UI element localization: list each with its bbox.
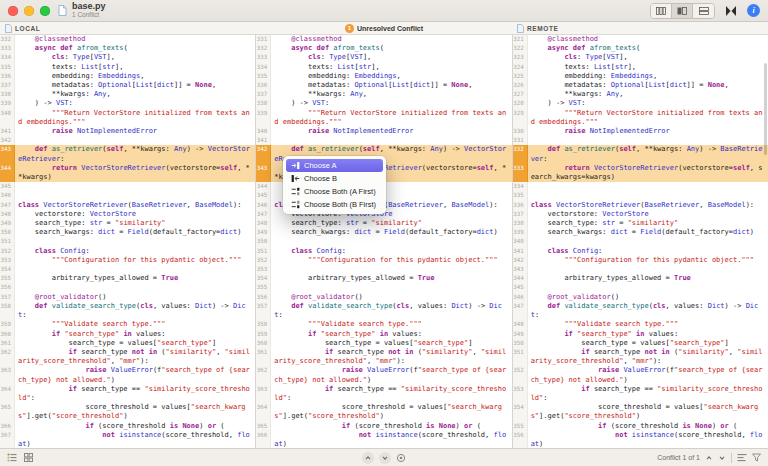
code-line: 340 raise NotImplementedError bbox=[256, 127, 511, 136]
info-button[interactable]: i bbox=[747, 4, 760, 17]
code-line: 357 def validate_search_type(cls, values… bbox=[256, 302, 511, 320]
line-number: 323 bbox=[513, 53, 528, 62]
line-number: 360 bbox=[0, 330, 15, 339]
code-line: 354 score_threshold = values["search_kwa… bbox=[513, 403, 768, 421]
code-text: **kwargs: Any, bbox=[271, 90, 511, 99]
line-number: 346 bbox=[513, 293, 528, 302]
code-line: 360 search_type = values["search_type"] bbox=[256, 339, 511, 348]
line-number: 355 bbox=[513, 422, 528, 431]
line-number: 367 bbox=[0, 431, 15, 448]
choose-both-b-first-icon bbox=[291, 200, 300, 209]
code-text: cls: Type[VST], bbox=[271, 53, 511, 62]
line-number: 358 bbox=[0, 302, 15, 320]
block-view-button[interactable] bbox=[672, 4, 693, 18]
previous-change-button[interactable] bbox=[362, 452, 374, 464]
code-line: 360 if "search_type" in values: bbox=[0, 330, 255, 339]
line-number: 353 bbox=[0, 256, 15, 265]
pane-center[interactable]: 331 @classmethod332 async def afrom_text… bbox=[256, 35, 512, 448]
line-number: 351 bbox=[256, 247, 271, 256]
code-line: 356 @root_validator() bbox=[256, 293, 511, 302]
line-number: 345 bbox=[256, 191, 271, 200]
layout-grid-icon[interactable] bbox=[24, 453, 33, 462]
code-line: 354 bbox=[0, 265, 255, 274]
line-number: 351 bbox=[513, 348, 528, 366]
code-line: 350 bbox=[256, 237, 511, 246]
previous-conflict-button[interactable] bbox=[705, 454, 713, 462]
line-number: 361 bbox=[0, 339, 15, 348]
choose-b-icon bbox=[291, 174, 300, 183]
code-line: 336 metadatas: Optional[List[dict]] = No… bbox=[256, 81, 511, 90]
code-text bbox=[15, 191, 255, 200]
code-text: @root_validator() bbox=[15, 293, 255, 302]
line-number: 344 bbox=[0, 164, 15, 182]
text-view-button[interactable] bbox=[651, 4, 672, 18]
fluid-view-button[interactable] bbox=[693, 4, 714, 18]
code-text: """Configuration for this pydantic objec… bbox=[15, 256, 255, 265]
code-line: 362 raise ValueError(f"search_type of {s… bbox=[256, 366, 511, 384]
file-list-icon[interactable] bbox=[7, 453, 17, 462]
status-bar: Conflict 1 of 1 bbox=[0, 448, 768, 466]
code-text: """Configuration for this pydantic objec… bbox=[271, 256, 511, 265]
code-text bbox=[528, 237, 768, 246]
next-change-button[interactable] bbox=[379, 452, 391, 464]
local-header: LOCAL bbox=[0, 22, 256, 34]
pane-local-code: 332 @classmethod333 async def afrom_text… bbox=[0, 35, 255, 448]
view-mode-segmented-control bbox=[650, 3, 715, 19]
current-change-icon[interactable] bbox=[396, 453, 406, 463]
code-text: search_type: str = "similarity" bbox=[528, 219, 768, 228]
menu-item-choose-a[interactable]: Choose A bbox=[286, 159, 383, 172]
code-line: 344 return VectorStoreRetriever(vectorst… bbox=[0, 164, 255, 182]
next-conflict-button[interactable] bbox=[718, 454, 726, 462]
line-number: 348 bbox=[256, 219, 271, 228]
code-line: 334 cls: Type[VST], bbox=[0, 53, 255, 62]
close-button[interactable] bbox=[8, 6, 18, 16]
code-text: raise ValueError(f"search_type of {searc… bbox=[528, 366, 768, 384]
menu-item-label: Choose Both (A First) bbox=[304, 187, 376, 196]
line-number: 342 bbox=[0, 136, 15, 145]
code-text: arbitrary_types_allowed = True bbox=[271, 274, 511, 283]
code-line: 328 ) -> VST: bbox=[513, 99, 768, 108]
code-line: 356 not isinstance(score_threshold, floa… bbox=[513, 431, 768, 448]
code-line: 321 @classmethod bbox=[513, 35, 768, 44]
code-line: 335 embedding: Embeddings, bbox=[256, 72, 511, 81]
line-number: 335 bbox=[0, 63, 15, 72]
code-text: texts: List[str], bbox=[528, 63, 768, 72]
code-line: 355 if (score_threshold is None) or ( bbox=[513, 422, 768, 431]
code-text: @classmethod bbox=[528, 35, 768, 44]
menu-item-choose-b[interactable]: Choose B bbox=[286, 172, 383, 185]
pane-remote[interactable]: 321 @classmethod322 async def afrom_text… bbox=[513, 35, 768, 448]
code-text: not isinstance(score_threshold, float) bbox=[271, 431, 511, 448]
line-number: 357 bbox=[256, 302, 271, 320]
vertical-scrollbar[interactable] bbox=[764, 63, 767, 155]
code-line: 333 cls: Type[VST], bbox=[256, 53, 511, 62]
code-text bbox=[15, 265, 255, 274]
minimize-button[interactable] bbox=[24, 6, 34, 16]
filter-icon[interactable] bbox=[752, 453, 761, 462]
code-line: 365 score_threshold = values["search_kwa… bbox=[0, 403, 255, 421]
kaleidoscope-logo-icon[interactable] bbox=[724, 5, 738, 17]
line-number: 366 bbox=[0, 422, 15, 431]
code-line: 355 bbox=[256, 283, 511, 292]
line-number: 352 bbox=[513, 366, 528, 384]
code-line: 361 if search_type not in ("similarity",… bbox=[256, 348, 511, 366]
line-number: 332 bbox=[256, 44, 271, 53]
line-number: 349 bbox=[513, 330, 528, 339]
text-settings-icon[interactable] bbox=[737, 453, 747, 462]
local-label: LOCAL bbox=[15, 25, 40, 32]
line-number: 349 bbox=[0, 219, 15, 228]
conflict-counter: Conflict 1 of 1 bbox=[657, 454, 700, 461]
menu-item-choose-both-a-first[interactable]: Choose Both (A First) bbox=[286, 185, 383, 198]
code-line: 342 bbox=[0, 136, 255, 145]
conflict-status-header: 1 Unresolved Conflict bbox=[256, 22, 512, 34]
line-number: 335 bbox=[256, 72, 271, 81]
code-line: 367 not isinstance(score_threshold, floa… bbox=[0, 431, 255, 448]
code-text: if "search_type" in values: bbox=[15, 330, 255, 339]
menu-item-choose-both-b-first[interactable]: Choose Both (B First) bbox=[286, 198, 383, 211]
code-line: 338 search_type: str = "similarity" bbox=[513, 219, 768, 228]
pane-local[interactable]: 332 @classmethod333 async def afrom_text… bbox=[0, 35, 256, 448]
code-text bbox=[271, 237, 511, 246]
line-number: 366 bbox=[256, 431, 271, 448]
line-number: 333 bbox=[256, 53, 271, 62]
zoom-button[interactable] bbox=[40, 6, 50, 16]
code-text: search_kwargs: dict = Field(default_fact… bbox=[271, 228, 511, 237]
